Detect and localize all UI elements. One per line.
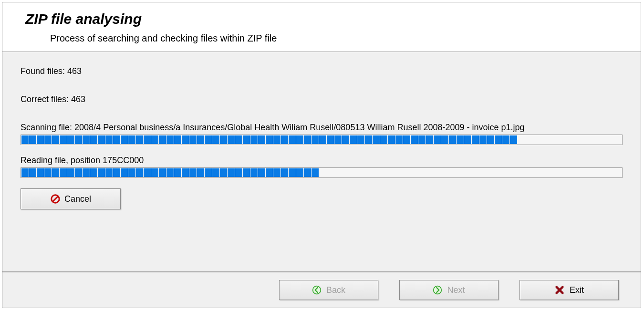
exit-button[interactable]: Exit	[519, 280, 619, 300]
correct-files-label: Correct files: 463	[21, 94, 623, 104]
scanning-progress	[21, 135, 623, 145]
exit-button-label: Exit	[570, 285, 584, 295]
svg-line-1	[52, 197, 58, 202]
page-subtitle: Process of searching and checking files …	[50, 33, 641, 44]
page-title: ZIP file analysing	[25, 11, 641, 27]
cancel-icon	[50, 194, 61, 204]
svg-point-2	[313, 286, 321, 294]
reading-position-label: Reading file, position 175CC000	[21, 156, 623, 166]
found-files-label: Found files: 463	[21, 66, 623, 76]
cancel-button[interactable]: Cancel	[21, 188, 121, 209]
header: ZIP file analysing Process of searching …	[2, 2, 641, 52]
footer: Back Next Exit	[2, 271, 641, 308]
reading-progress	[21, 167, 623, 178]
next-button-label: Next	[447, 285, 465, 295]
back-button-label: Back	[326, 285, 345, 295]
back-button[interactable]: Back	[279, 280, 378, 300]
close-icon	[554, 285, 565, 295]
body: Found files: 463 Correct files: 463 Scan…	[2, 52, 641, 271]
cancel-button-label: Cancel	[64, 194, 91, 204]
scanning-file-label: Scanning file: 2008/4 Personal business/…	[21, 123, 623, 133]
arrow-right-icon	[433, 285, 442, 295]
svg-point-3	[434, 286, 442, 294]
wizard-dialog: ZIP file analysing Process of searching …	[2, 2, 641, 308]
next-button[interactable]: Next	[399, 280, 499, 300]
arrow-left-icon	[312, 285, 322, 295]
